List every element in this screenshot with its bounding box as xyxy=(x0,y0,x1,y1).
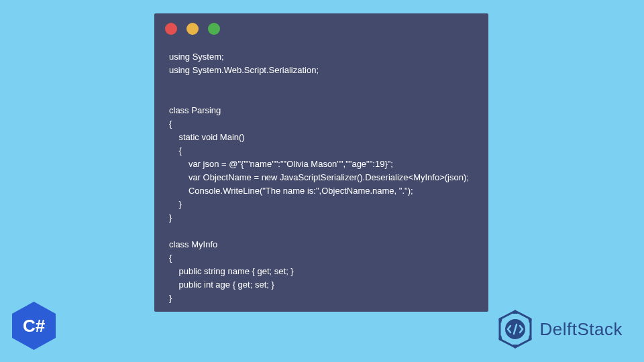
code-line: { xyxy=(169,145,182,156)
code-line: static void Main() xyxy=(169,132,245,142)
code-line: } xyxy=(169,199,182,209)
code-window: using System; using System.Web.Script.Se… xyxy=(154,13,488,312)
csharp-badge: C# xyxy=(12,302,56,350)
delftstack-emblem-icon xyxy=(496,310,535,349)
minimize-icon[interactable] xyxy=(186,23,199,35)
close-icon[interactable] xyxy=(165,23,177,35)
delftstack-logo: DelftStack xyxy=(496,310,623,349)
code-line: public int age { get; set; } xyxy=(169,280,274,290)
code-line: var json = @"{""name"":""Olivia Mason"",… xyxy=(169,159,393,169)
code-line: { xyxy=(169,119,172,129)
code-content: using System; using System.Web.Script.Se… xyxy=(169,50,469,305)
code-line: public string name { get; set; } xyxy=(169,266,294,276)
maximize-icon[interactable] xyxy=(208,23,220,35)
code-line: var ObjectName = new JavaScriptSerialize… xyxy=(169,172,469,182)
window-controls xyxy=(165,23,220,35)
code-line: class Parsing xyxy=(169,105,221,115)
code-line: } xyxy=(169,213,172,223)
csharp-hexagon-icon: C# xyxy=(12,302,56,350)
code-line: class MyInfo xyxy=(169,239,217,249)
code-line: } xyxy=(169,293,172,303)
code-line: Console.WriteLine("The name is:",ObjectN… xyxy=(169,186,413,196)
csharp-label: C# xyxy=(23,316,45,337)
code-line: { xyxy=(169,253,172,263)
delftstack-brand-text: DelftStack xyxy=(540,319,623,340)
code-line: using System; xyxy=(169,52,224,62)
code-line: using System.Web.Script.Serialization; xyxy=(169,65,319,75)
